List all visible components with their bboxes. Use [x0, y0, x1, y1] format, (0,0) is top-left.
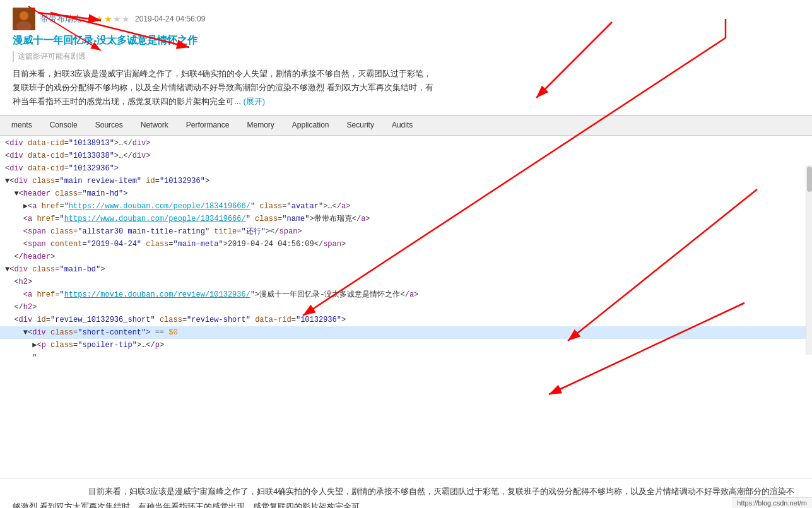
dom-line[interactable]: <div id="review_10132936_short" class="r… [0, 314, 812, 326]
tab-memory[interactable]: Memory [238, 115, 283, 136]
scrollbar[interactable] [806, 165, 812, 355]
star-5: ★ [122, 14, 130, 24]
spoiler-tip: 这篇影评可能有剧透 [13, 51, 799, 62]
review-section: 带带布瑞克 ★ ★ ★ ★ ★ 2019-04-24 04:56:09 漫威十一… [0, 0, 812, 115]
dom-line[interactable]: ▼<div class="main-bd"> [0, 263, 812, 276]
dom-line-selected[interactable]: ▼<div class="short-content"> == $0 [0, 326, 812, 339]
dom-line[interactable]: ▶<p class="spoiler-tip">…</p> [0, 339, 812, 351]
tab-security[interactable]: Security [338, 115, 383, 136]
dom-line[interactable]: <h2> [0, 276, 812, 288]
tab-network[interactable]: Network [132, 115, 177, 136]
tab-sources[interactable]: Sources [86, 115, 132, 136]
dom-line[interactable]: <a href="https://movie.douban.com/review… [0, 288, 812, 301]
preview-content: 目前来看，妇联3应该是漫威宇宙巅峰之作了，妇联4确实拍的令人失望，剧情的承接不够… [13, 484, 799, 508]
dom-line[interactable]: ▼<div class="main review-item" id="10132… [0, 175, 812, 187]
star-rating: ★ ★ ★ ★ ★ [86, 14, 130, 24]
dom-panel: <div data-cid="10138913">…</div> <div da… [0, 136, 812, 478]
review-body-line1: 目前来看，妇联3应该是漫威宇宙巅峰之作了，妇联4确实拍的令人失望，剧情的承接不够… [13, 69, 432, 78]
review-body-line3: 种当年看指环王时的感觉出现，感觉复联四的影片架构完全可... [13, 97, 241, 106]
dom-line[interactable]: <div data-cid="10132936"> [0, 162, 812, 175]
star-1: ★ [86, 14, 95, 24]
dom-line[interactable]: ▼<header class="main-hd"> [0, 187, 812, 200]
svg-point-1 [20, 11, 28, 20]
dom-line[interactable]: <a href="https://www.douban.com/people/1… [0, 213, 812, 225]
url-bar: https://blog.csdn.net/m [732, 497, 812, 508]
review-title-link[interactable]: 漫威十一年回忆录-没太多诚意是情怀之作 [13, 34, 197, 47]
tab-audits[interactable]: Audits [383, 115, 421, 136]
tab-console[interactable]: Console [41, 115, 86, 136]
review-body: 目前来看，妇联3应该是漫威宇宙巅峰之作了，妇联4确实拍的令人失望，剧情的承接不够… [13, 67, 799, 109]
review-body-line2: 复联班子的戏份分配得不够均称，以及全片情绪调动不好导致高潮部分的渲染不够激烈 看… [13, 83, 433, 92]
tab-performance[interactable]: Performance [177, 115, 238, 136]
dom-line[interactable]: <div data-cid="10133038">…</div> [0, 150, 812, 162]
star-2: ★ [95, 14, 103, 24]
tab-elements[interactable]: ments [3, 115, 41, 136]
review-header: 带带布瑞克 ★ ★ ★ ★ ★ 2019-04-24 04:56:09 [13, 8, 799, 30]
dom-line[interactable]: ▶<a href="https://www.douban.com/people/… [0, 200, 812, 213]
star-4: ★ [113, 14, 121, 24]
dom-line[interactable]: <span class="allstar30 main-title-rating… [0, 225, 812, 238]
review-date: 2019-04-24 04:56:09 [135, 15, 205, 23]
dom-line: " [0, 351, 812, 364]
star-3: ★ [104, 14, 112, 24]
dom-line[interactable]: </header> [0, 251, 812, 263]
tab-application[interactable]: Application [283, 115, 338, 136]
scrollbar-thumb[interactable] [807, 167, 812, 192]
dom-line[interactable]: </h2> [0, 301, 812, 314]
review-author-link[interactable]: 带带布瑞克 [40, 13, 81, 25]
dom-line[interactable]: <span content="2019-04-24" class="main-m… [0, 238, 812, 251]
preview-panel: 目前来看，妇联3应该是漫威宇宙巅峰之作了，妇联4确实拍的令人失望，剧情的承接不够… [0, 478, 812, 508]
dom-line[interactable]: <div data-cid="10138913">…</div> [0, 137, 812, 150]
expand-link[interactable]: (展开) [243, 97, 265, 106]
avatar [13, 8, 35, 30]
devtools-tabs: ments Console Sources Network Performanc… [0, 115, 812, 136]
